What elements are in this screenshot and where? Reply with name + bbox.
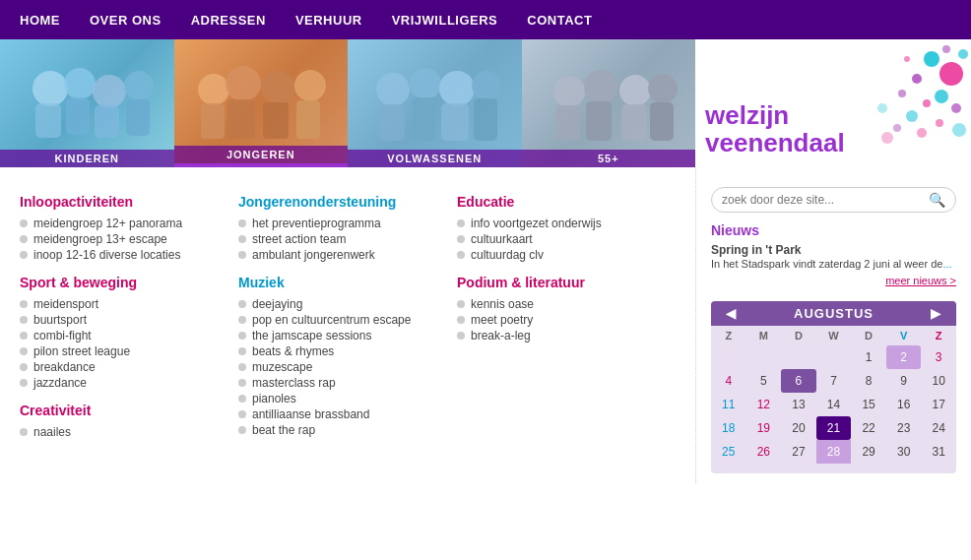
svg-rect-29 bbox=[586, 101, 612, 141]
cal-day-19[interactable]: 19 bbox=[746, 416, 782, 440]
svg-point-3 bbox=[124, 71, 154, 100]
cal-day-2[interactable]: 2 bbox=[886, 345, 922, 369]
svg-point-10 bbox=[261, 71, 294, 104]
list-item[interactable]: ambulant jongerenwerk bbox=[238, 247, 447, 263]
svg-rect-14 bbox=[263, 102, 289, 139]
cal-day-5[interactable]: 5 bbox=[746, 369, 782, 393]
nav-adressen[interactable]: ADRESSEN bbox=[191, 13, 266, 28]
cal-day-30[interactable]: 30 bbox=[886, 440, 922, 464]
news-heading: Nieuws bbox=[711, 222, 956, 238]
list-item[interactable]: street action team bbox=[238, 231, 447, 247]
cal-day-26[interactable]: 26 bbox=[746, 440, 782, 464]
list-item[interactable]: muzescape bbox=[238, 359, 447, 375]
cal-day-6[interactable]: 6 bbox=[781, 369, 816, 393]
educatie-title: Educatie bbox=[457, 194, 666, 210]
muziek-title: Muziek bbox=[238, 275, 447, 290]
list-item[interactable]: beats & rhymes bbox=[238, 343, 447, 359]
svg-point-0 bbox=[32, 71, 68, 106]
cal-day-31[interactable]: 31 bbox=[921, 440, 956, 464]
cal-header-z2: Z bbox=[921, 326, 956, 345]
hero-jongeren-label: JONGEREN bbox=[174, 146, 349, 163]
cal-day-empty bbox=[711, 464, 746, 473]
cal-day-8[interactable]: 8 bbox=[851, 369, 886, 393]
list-item[interactable]: the jamscape sessions bbox=[238, 328, 447, 343]
news-link-text[interactable]: ... bbox=[942, 258, 951, 270]
more-news-link[interactable]: meer nieuws > bbox=[711, 275, 956, 286]
svg-point-48 bbox=[881, 132, 893, 144]
cal-day bbox=[816, 345, 852, 369]
svg-point-36 bbox=[923, 99, 931, 107]
cal-day-17[interactable]: 17 bbox=[921, 393, 956, 416]
list-item[interactable]: jazzdance bbox=[20, 375, 228, 391]
cal-day-15[interactable]: 15 bbox=[851, 393, 886, 416]
cal-day-14[interactable]: 14 bbox=[816, 393, 852, 416]
list-item[interactable]: cultuurdag clv bbox=[457, 247, 666, 263]
hero-jongeren[interactable]: JONGEREN bbox=[174, 39, 349, 167]
nav-over-ons[interactable]: OVER ONS bbox=[90, 13, 162, 28]
list-item[interactable]: meidensport bbox=[20, 296, 228, 312]
list-item[interactable]: combi-fight bbox=[20, 328, 228, 343]
cal-day-13[interactable]: 13 bbox=[781, 393, 816, 416]
cal-day-25[interactable]: 25 bbox=[711, 440, 746, 464]
cal-day-23[interactable]: 23 bbox=[886, 416, 922, 440]
list-item[interactable]: meidengroep 13+ escape bbox=[20, 231, 228, 247]
calendar-prev[interactable]: ◀ bbox=[721, 306, 742, 321]
podium-list: kennis oase meet poetry break-a-leg bbox=[457, 296, 666, 343]
cal-day-29[interactable]: 29 bbox=[851, 440, 886, 464]
list-item[interactable]: inoop 12-16 diverse locaties bbox=[20, 247, 228, 263]
main-nav: HOME OVER ONS ADRESSEN VERHUUR VRIJWILLI… bbox=[0, 0, 971, 39]
nav-vrijwilligers[interactable]: VRIJWILLIGERS bbox=[392, 13, 498, 28]
list-item[interactable]: meidengroep 12+ panorama bbox=[20, 216, 228, 231]
svg-point-37 bbox=[951, 103, 961, 113]
creativiteit-title: Creativiteit bbox=[20, 403, 228, 418]
nav-home[interactable]: HOME bbox=[20, 13, 60, 28]
cal-day-1[interactable]: 1 bbox=[851, 345, 886, 369]
hero-kinderen[interactable]: KINDEREN bbox=[0, 39, 174, 167]
list-item[interactable]: break-a-leg bbox=[457, 328, 666, 343]
cal-day-11[interactable]: 11 bbox=[711, 393, 746, 416]
list-item[interactable]: info voortgezet onderwijs bbox=[457, 216, 666, 231]
list-item[interactable]: pianoles bbox=[238, 391, 447, 406]
list-item[interactable]: masterclass rap bbox=[238, 375, 447, 391]
cal-day-22[interactable]: 22 bbox=[851, 416, 886, 440]
cal-day-28[interactable]: 28 bbox=[816, 440, 852, 464]
list-item[interactable]: cultuurkaart bbox=[457, 231, 666, 247]
svg-point-47 bbox=[877, 103, 887, 113]
cal-day-18[interactable]: 18 bbox=[711, 416, 746, 440]
cal-day-7[interactable]: 7 bbox=[816, 369, 852, 393]
cal-day bbox=[781, 345, 816, 369]
svg-point-24 bbox=[553, 76, 585, 107]
search-input[interactable] bbox=[722, 193, 929, 207]
list-item[interactable]: deejaying bbox=[238, 296, 447, 312]
list-item[interactable]: buurtsport bbox=[20, 312, 228, 328]
list-item[interactable]: pilon street league bbox=[20, 343, 228, 359]
cal-day-3[interactable]: 3 bbox=[921, 345, 956, 369]
cal-day-16[interactable]: 16 bbox=[886, 393, 922, 416]
nav-contact[interactable]: CONTACT bbox=[527, 13, 592, 28]
cal-day-10[interactable]: 10 bbox=[921, 369, 956, 393]
cal-day-24[interactable]: 24 bbox=[921, 416, 956, 440]
list-item[interactable]: beat the rap bbox=[238, 422, 447, 438]
hero-kinderen-label: KINDEREN bbox=[0, 150, 174, 167]
cal-day-20[interactable]: 20 bbox=[781, 416, 816, 440]
svg-rect-30 bbox=[621, 104, 647, 141]
list-item[interactable]: pop en cultuurcentrum escape bbox=[238, 312, 447, 328]
list-item[interactable]: antilliaanse brassband bbox=[238, 406, 447, 422]
svg-point-41 bbox=[958, 49, 968, 59]
cal-day-9[interactable]: 9 bbox=[886, 369, 922, 393]
list-item[interactable]: het preventieprogramma bbox=[238, 216, 447, 231]
cal-day-4[interactable]: 4 bbox=[711, 369, 746, 393]
cal-day-12[interactable]: 12 bbox=[746, 393, 782, 416]
podium-literatuur-title: Podium & literatuur bbox=[457, 275, 666, 290]
hero-55plus[interactable]: 55+ bbox=[522, 39, 696, 167]
list-item[interactable]: breakdance bbox=[20, 359, 228, 375]
list-item[interactable]: meet poetry bbox=[457, 312, 666, 328]
cal-day-21[interactable]: 21 bbox=[816, 416, 852, 440]
list-item[interactable]: kennis oase bbox=[457, 296, 666, 312]
hero-volwassenen[interactable]: VOLWASSENEN bbox=[348, 39, 522, 167]
svg-point-16 bbox=[376, 73, 410, 106]
calendar-next[interactable]: ▶ bbox=[926, 306, 946, 321]
list-item[interactable]: naailes bbox=[20, 424, 228, 440]
nav-verhuur[interactable]: VERHUUR bbox=[295, 13, 362, 28]
cal-day-27[interactable]: 27 bbox=[781, 440, 816, 464]
